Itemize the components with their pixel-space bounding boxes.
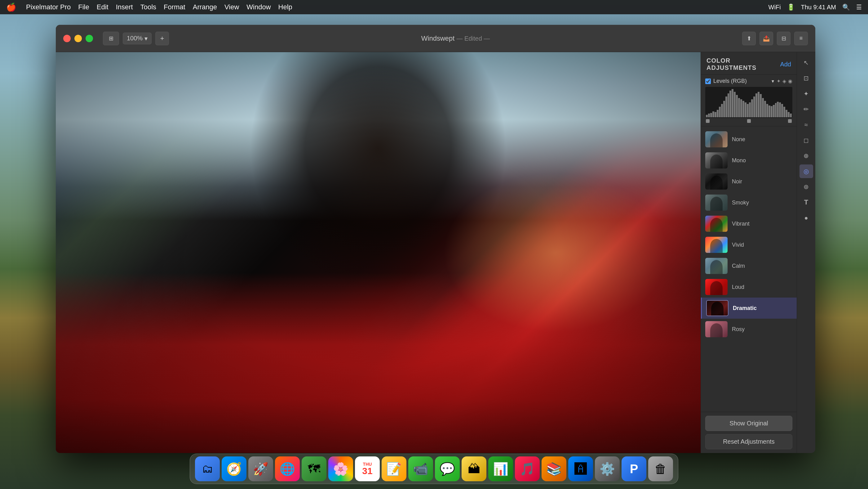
preset-item-vivid[interactable]: Vivid bbox=[701, 234, 797, 255]
share-button[interactable]: ⬆ bbox=[742, 32, 756, 45]
dock-item-facetime[interactable]: 📹 bbox=[408, 456, 433, 481]
add-layer-button[interactable]: + bbox=[155, 32, 169, 45]
bottom-buttons: Show Original Reset Adjustments bbox=[701, 412, 797, 453]
preset-item-loud[interactable]: Loud bbox=[701, 277, 797, 297]
dock-item-numbers[interactable]: 📊 bbox=[488, 456, 513, 481]
type-tool-button[interactable]: T bbox=[800, 196, 813, 209]
retouch-tool-button[interactable]: ◎ bbox=[800, 165, 813, 178]
thumb-person-rosy bbox=[710, 323, 723, 337]
dock-item-notes[interactable]: 📝 bbox=[382, 456, 406, 481]
menu-item-app[interactable]: Pixelmator Pro bbox=[26, 3, 71, 11]
preset-item-mono[interactable]: Mono bbox=[701, 150, 797, 171]
dock-item-trash[interactable]: 🗑 bbox=[648, 456, 673, 481]
preset-thumb-rosy bbox=[705, 321, 727, 337]
panel-toggle-button[interactable]: ⊟ bbox=[777, 32, 790, 45]
dock-item-finder[interactable]: 🗂 bbox=[195, 456, 220, 481]
brush-tool-button[interactable]: ✏ bbox=[800, 103, 813, 116]
clock-display: Thu 9:41 AM bbox=[801, 4, 836, 11]
thumb-person-mono bbox=[710, 154, 723, 169]
black-point-handle[interactable] bbox=[706, 119, 710, 123]
dock-item-safari[interactable]: 🧭 bbox=[222, 456, 246, 481]
dock-item-photos2[interactable]: 🏔 bbox=[462, 456, 486, 481]
preset-item-calm[interactable]: Calm bbox=[701, 255, 797, 277]
control-center-icon[interactable]: ☰ bbox=[856, 3, 862, 11]
eraser-tool-button[interactable]: ◻ bbox=[800, 134, 813, 147]
menu-item-arrange[interactable]: Arrange bbox=[193, 3, 217, 11]
levels-section: Levels (RGB) ▾ ✦ ◈ ◉ bbox=[701, 75, 797, 126]
show-original-button[interactable]: Show Original bbox=[705, 416, 793, 431]
apple-menu-icon[interactable]: 🍎 bbox=[6, 2, 16, 12]
dock-item-photos[interactable]: 🌸 bbox=[328, 456, 353, 481]
music-icon: 🎵 bbox=[520, 462, 535, 476]
histogram-display bbox=[705, 87, 793, 118]
color-adjustments-panel: COLOR ADJUSTMENTS Add Levels (RGB) ▾ ✦ ◈… bbox=[701, 52, 797, 453]
launchpad-icon: 🚀 bbox=[253, 462, 269, 476]
battery-icon: 🔋 bbox=[787, 3, 795, 11]
dock-item-browser[interactable]: 🌐 bbox=[275, 456, 300, 481]
reset-adjustments-button[interactable]: Reset Adjustments bbox=[705, 434, 793, 449]
search-icon[interactable]: 🔍 bbox=[842, 3, 850, 11]
dock-item-music[interactable]: 🎵 bbox=[515, 456, 540, 481]
dock: 🗂 🧭 🚀 🌐 🗺 🌸 THU 31 📝 📹 💬 🏔 📊 🎵 📚 🅰 bbox=[190, 454, 678, 484]
menu-item-insert[interactable]: Insert bbox=[116, 3, 133, 11]
menu-item-view[interactable]: View bbox=[224, 3, 239, 11]
preset-item-none[interactable]: None bbox=[701, 129, 797, 150]
minimize-button[interactable] bbox=[74, 35, 82, 42]
menu-item-tools[interactable]: Tools bbox=[141, 3, 156, 11]
preset-name-none: None bbox=[732, 136, 745, 143]
edited-indicator: — Edited — bbox=[457, 35, 490, 42]
title-bar-right-buttons: ⬆ 📤 ⊟ ≡ bbox=[742, 32, 808, 45]
mid-point-handle[interactable] bbox=[747, 119, 751, 123]
preset-item-smoky[interactable]: Smoky bbox=[701, 192, 797, 213]
preset-name-calm: Calm bbox=[732, 263, 745, 269]
levels-auto-icon[interactable]: ✦ bbox=[777, 78, 781, 84]
dock-item-calendar[interactable]: THU 31 bbox=[355, 456, 380, 481]
more-options-button[interactable]: ≡ bbox=[794, 32, 808, 45]
clone-tool-button[interactable]: ⊕ bbox=[800, 149, 813, 163]
view-options-button[interactable]: ⊞ bbox=[103, 32, 119, 45]
menu-item-help[interactable]: Help bbox=[278, 3, 292, 11]
preset-name-loud: Loud bbox=[732, 284, 744, 290]
cursor-tool-button[interactable]: ↖ bbox=[800, 56, 813, 69]
add-adjustment-button[interactable]: Add bbox=[780, 61, 791, 68]
messages-icon: 💬 bbox=[440, 462, 455, 476]
smudge-tool-button[interactable]: ≈ bbox=[800, 118, 813, 132]
maximize-button[interactable] bbox=[86, 35, 93, 42]
zoom-display[interactable]: 100% ▾ bbox=[123, 33, 152, 45]
preset-item-dramatic[interactable]: Dramatic bbox=[701, 297, 797, 319]
dock-item-appstore[interactable]: 🅰 bbox=[568, 456, 593, 481]
levels-channel-dropdown[interactable]: ▾ bbox=[772, 78, 774, 84]
levels-pick-highlight-icon[interactable]: ◉ bbox=[788, 78, 793, 84]
dock-item-maps[interactable]: 🗺 bbox=[302, 456, 327, 481]
books-icon: 📚 bbox=[546, 462, 562, 476]
shape-tool-button[interactable]: ● bbox=[800, 211, 813, 225]
dock-item-messages[interactable]: 💬 bbox=[435, 456, 460, 481]
crop-tool-button[interactable]: ⊡ bbox=[800, 71, 813, 85]
heal-tool-button[interactable]: ✦ bbox=[800, 87, 813, 100]
menu-item-format[interactable]: Format bbox=[164, 3, 185, 11]
preset-item-noir[interactable]: Noir bbox=[701, 171, 797, 192]
menu-item-window[interactable]: Window bbox=[246, 3, 271, 11]
toolbar-view-section: ⊞ 100% ▾ + bbox=[103, 32, 169, 45]
preset-item-rosy[interactable]: Rosy bbox=[701, 319, 797, 340]
canvas-area[interactable] bbox=[56, 52, 701, 453]
export-button[interactable]: 📤 bbox=[760, 32, 773, 45]
levels-enabled-checkbox[interactable] bbox=[705, 79, 711, 84]
close-button[interactable] bbox=[63, 35, 71, 42]
preset-list[interactable]: None Mono Noir bbox=[701, 126, 797, 412]
dock-item-system-preferences[interactable]: ⚙️ bbox=[595, 456, 620, 481]
maps-icon: 🗺 bbox=[308, 462, 320, 476]
preset-thumb-noir bbox=[705, 173, 727, 190]
menu-item-file[interactable]: File bbox=[78, 3, 89, 11]
levels-pick-shadow-icon[interactable]: ◈ bbox=[782, 78, 786, 84]
menubar-right: WiFi 🔋 Thu 9:41 AM 🔍 ☰ bbox=[769, 3, 862, 11]
paint-tool-button[interactable]: ⊛ bbox=[800, 180, 813, 194]
menu-item-edit[interactable]: Edit bbox=[97, 3, 108, 11]
dock-item-pixelmator[interactable]: P bbox=[622, 456, 646, 481]
wifi-icon[interactable]: WiFi bbox=[769, 4, 781, 11]
preset-item-vibrant[interactable]: Vibrant bbox=[701, 213, 797, 234]
white-point-handle[interactable] bbox=[788, 119, 792, 123]
dock-item-books[interactable]: 📚 bbox=[541, 456, 566, 481]
thumb-person-noir bbox=[710, 176, 723, 190]
dock-item-launchpad[interactable]: 🚀 bbox=[248, 456, 273, 481]
